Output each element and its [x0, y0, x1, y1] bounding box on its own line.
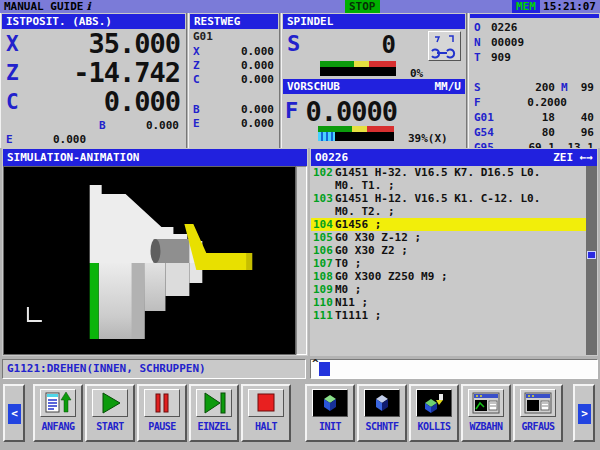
rw-axis-row: C 0.000 — [189, 73, 279, 87]
feed-unit: MM/U — [435, 79, 462, 94]
feed-title: VORSCHUB — [287, 80, 340, 93]
init-button[interactable]: INIT — [305, 384, 355, 442]
app-title-i: i — [86, 0, 90, 13]
program-window: O0226 ZEI ←→ 102G1451 H-32. V16.5 K7. D1… — [310, 148, 598, 356]
manual-guide-screen: MANUAL GUIDEi STOP MEM 15:21:07 ISTPOSIT… — [0, 0, 600, 450]
program-line[interactable]: 108G0 X300 Z250 M9 ; — [311, 270, 586, 283]
modal-f-row: F 0.2000 — [469, 96, 600, 111]
einzel-button[interactable]: EINZEL — [189, 384, 239, 442]
play-icon — [92, 389, 128, 417]
status-badge-stop: STOP — [345, 0, 380, 13]
axis-letter: X — [6, 30, 19, 58]
modal-label: G01 — [474, 111, 494, 124]
halt-button[interactable]: HALT — [241, 384, 291, 442]
program-line[interactable]: 111T1111 ; — [311, 309, 586, 322]
insert-caret: ^ — [312, 357, 319, 370]
axis-letter: Z — [193, 59, 200, 72]
softkey-label: WZBAHN — [469, 421, 502, 432]
cube-init-icon — [312, 389, 348, 417]
program-line[interactable]: 107T0 ; — [311, 257, 586, 270]
pause-button[interactable]: PAUSE — [137, 384, 187, 442]
modal-panel-header — [470, 14, 599, 18]
cycle-message-bar: G1121:DREHEN(INNEN, SCHRUPPEN) — [2, 359, 306, 379]
softkey-page-right-button[interactable]: > — [573, 384, 595, 442]
edit-arrows-icon[interactable]: ←→ — [580, 151, 593, 164]
axis-row-x: X 35.000 — [1, 30, 186, 59]
key-input-buffer[interactable]: ^ — [310, 359, 598, 379]
simulation-scrollbar[interactable] — [296, 166, 307, 355]
softkey-page-left-button[interactable]: < — [3, 384, 25, 442]
chevron-right-icon: > — [578, 404, 591, 424]
softkey-label: INIT — [319, 421, 341, 432]
schntf-button[interactable]: SCHNTF — [357, 384, 407, 442]
anfang-button[interactable]: ANFANG — [33, 384, 83, 442]
wzbahn-button[interactable]: WZBAHN — [461, 384, 511, 442]
axis-letter: C — [6, 88, 19, 116]
modal-value: 0.2000 — [497, 96, 567, 109]
simulation-3d-part — [4, 167, 295, 354]
softkey-label: ANFANG — [41, 421, 74, 432]
spindle-speed-value: 0 — [282, 31, 395, 59]
distance-to-go-panel: RESTWEG G01 X 0.000 Z 0.000 C 0.000 B 0.… — [188, 13, 280, 148]
axis-row-e: E 0.000 — [1, 133, 186, 146]
feed-header: VORSCHUB MM/U — [283, 79, 465, 94]
axis-value: 0.000 — [146, 119, 179, 132]
softkey-row: < ANFANG START PAUSE EINZEL — [0, 384, 600, 446]
toolpath-window-icon — [468, 389, 504, 417]
rw-axis-row: X 0.000 — [189, 45, 279, 59]
program-line[interactable]: 110N11 ; — [311, 296, 586, 309]
modal-value: 40 — [556, 111, 594, 124]
program-line[interactable]: 105G0 X30 Z-12 ; — [311, 231, 586, 244]
modal-label: T — [474, 51, 481, 64]
program-scrollbar-thumb[interactable] — [587, 251, 596, 259]
grfaus-button[interactable]: GRFAUS — [513, 384, 563, 442]
start-button[interactable]: START — [85, 384, 135, 442]
program-line[interactable]: 103G1451 H-12. V16.5 K1. C-12. L0. M0. T… — [311, 192, 586, 218]
simulation-canvas — [3, 166, 296, 355]
simulation-header: SIMULATION-ANIMATION — [3, 149, 307, 166]
axis-value: 0.000 — [241, 73, 274, 86]
axis-value: 0.000 — [241, 117, 274, 130]
turret-select-icon — [428, 31, 461, 61]
spindle-load-meter — [320, 61, 396, 76]
program-line[interactable]: 109M0 ; — [311, 283, 586, 296]
program-scrollbar[interactable] — [586, 166, 597, 355]
zei-label: ZEI — [553, 151, 573, 164]
stop-icon — [248, 389, 284, 417]
axis-letter: E — [6, 133, 13, 146]
axis-letter: Z — [6, 59, 19, 87]
modal-label: G54 — [474, 126, 494, 139]
program-line[interactable]: 106G0 X30 Z2 ; — [311, 244, 586, 257]
modal-value: 18 — [497, 111, 555, 124]
feed-value: 0.0000 — [282, 96, 397, 127]
turret-select-glyph — [429, 32, 460, 60]
modal-value: 200 — [497, 81, 555, 94]
program-line-current[interactable]: 104G1456 ; — [311, 218, 586, 231]
softkey-label: HALT — [255, 421, 277, 432]
axis-letter: B — [193, 103, 200, 116]
softkey-label: SCHNTF — [365, 421, 398, 432]
axis-value: 0.000 — [241, 45, 274, 58]
feed-override-meter — [318, 126, 394, 141]
axis-value: 0.000 — [53, 133, 86, 146]
axis-letter: C — [193, 73, 200, 86]
spindle-panel: SPINDEL S 0 0% VORSCHUB MM/U F 0.0000 — [281, 13, 467, 148]
simulation-window: SIMULATION-ANIMATION — [2, 148, 308, 356]
actual-position-header: ISTPOSIT. (ABS.) — [2, 14, 185, 29]
rw-axis-row: E 0.000 — [189, 117, 279, 131]
clock: 15:21:07 — [543, 0, 596, 13]
kollis-button[interactable]: KOLLIS — [409, 384, 459, 442]
modal-label: S — [474, 81, 481, 94]
modal-s-row: S 200 M 99 — [469, 81, 600, 96]
modal-g-row: G01 18 40 — [469, 111, 600, 126]
document-restart-icon — [40, 389, 76, 417]
program-listing: 102G1451 H-32. V16.5 K7. D16.5 L0. M0. T… — [311, 166, 586, 355]
program-line[interactable]: 102G1451 H-32. V16.5 K7. D16.5 L0. M0. T… — [311, 166, 586, 192]
single-block-icon — [196, 389, 232, 417]
axis-value: 35.000 — [88, 30, 180, 58]
titlebar: MANUAL GUIDEi STOP MEM 15:21:07 — [0, 0, 600, 13]
modal-label: N — [474, 36, 481, 49]
modal-value: 80 — [497, 126, 555, 139]
actual-position-panel: ISTPOSIT. (ABS.) X 35.000 Z -14.742 C 0.… — [0, 13, 187, 148]
rw-axis-row: Z 0.000 — [189, 59, 279, 73]
